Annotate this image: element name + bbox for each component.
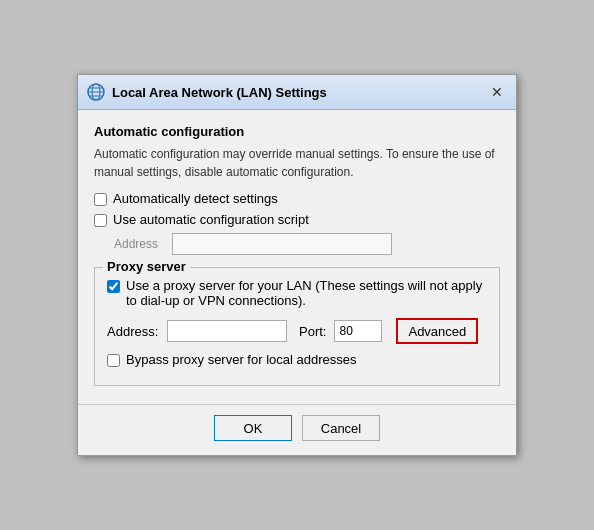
ok-button[interactable]: OK xyxy=(214,415,292,441)
auto-config-description: Automatic configuration may override man… xyxy=(94,145,500,181)
dialog-icon xyxy=(86,82,106,102)
dialog-title: Local Area Network (LAN) Settings xyxy=(112,85,486,100)
use-script-row: Use automatic configuration script xyxy=(94,212,500,227)
use-proxy-checkbox[interactable] xyxy=(107,280,120,293)
proxy-addr-label: Address: xyxy=(107,324,159,339)
proxy-address-input[interactable] xyxy=(167,320,287,342)
bypass-row: Bypass proxy server for local addresses xyxy=(107,352,487,367)
auto-detect-checkbox[interactable] xyxy=(94,193,107,206)
advanced-button[interactable]: Advanced xyxy=(396,318,478,344)
proxy-server-section: Proxy server Use a proxy server for your… xyxy=(94,267,500,386)
use-proxy-label[interactable]: Use a proxy server for your LAN (These s… xyxy=(126,278,487,308)
cancel-button[interactable]: Cancel xyxy=(302,415,380,441)
proxy-server-label: Proxy server xyxy=(103,259,190,274)
auto-detect-label[interactable]: Automatically detect settings xyxy=(113,191,278,206)
dialog-body: Automatic configuration Automatic config… xyxy=(78,110,516,400)
auto-address-row: Address xyxy=(114,233,500,255)
port-label: Port: xyxy=(299,324,326,339)
bypass-label[interactable]: Bypass proxy server for local addresses xyxy=(126,352,356,367)
proxy-address-row: Address: Port: Advanced xyxy=(107,318,487,344)
auto-config-label: Automatic configuration xyxy=(94,124,500,139)
auto-detect-row: Automatically detect settings xyxy=(94,191,500,206)
auto-address-label: Address xyxy=(114,237,166,251)
lan-settings-dialog: Local Area Network (LAN) Settings ✕ Auto… xyxy=(77,74,517,456)
bypass-checkbox[interactable] xyxy=(107,354,120,367)
use-proxy-row: Use a proxy server for your LAN (These s… xyxy=(107,278,487,308)
title-bar: Local Area Network (LAN) Settings ✕ xyxy=(78,75,516,110)
auto-address-input[interactable] xyxy=(172,233,392,255)
use-script-checkbox[interactable] xyxy=(94,214,107,227)
dialog-footer: OK Cancel xyxy=(78,404,516,455)
port-input[interactable] xyxy=(334,320,382,342)
use-script-label[interactable]: Use automatic configuration script xyxy=(113,212,309,227)
automatic-config-section: Automatic configuration Automatic config… xyxy=(94,124,500,255)
close-button[interactable]: ✕ xyxy=(486,81,508,103)
